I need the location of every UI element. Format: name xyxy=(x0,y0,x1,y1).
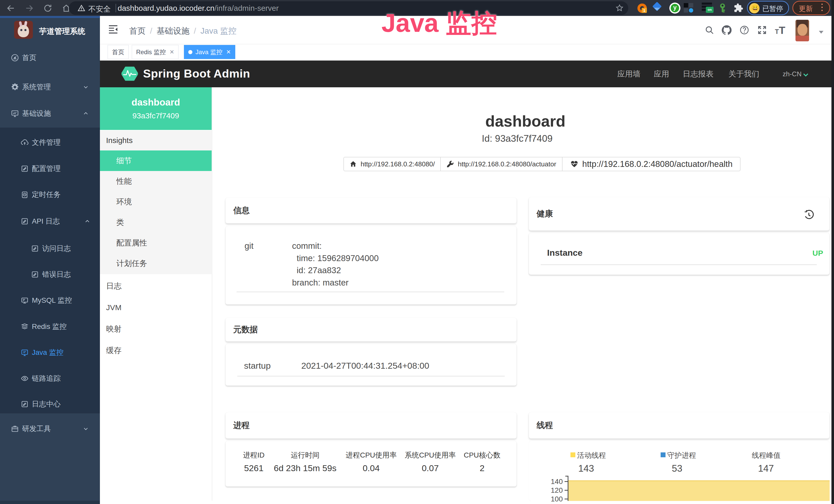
svg-text:1: 1 xyxy=(643,8,645,13)
